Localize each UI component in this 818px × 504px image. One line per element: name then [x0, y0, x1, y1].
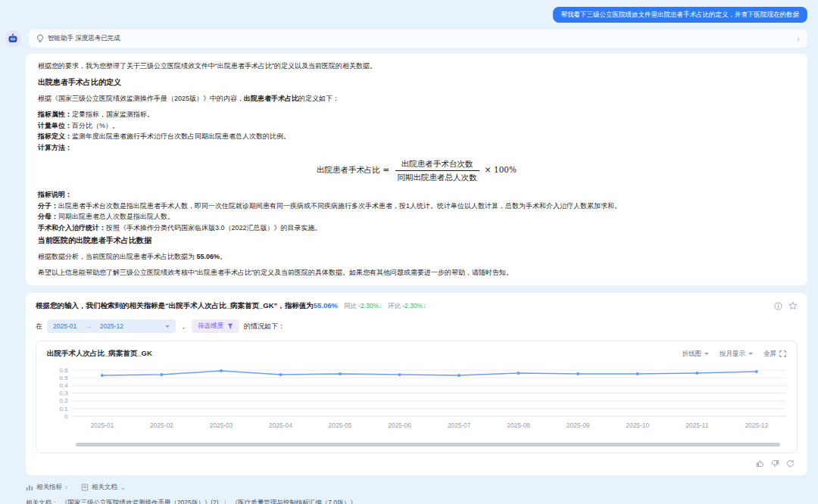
svg-text:0.5: 0.5 [60, 375, 69, 381]
star-icon[interactable] [788, 301, 798, 310]
dimension-label: 筛选维度 [198, 322, 223, 331]
mom-value: -2.30%↓ [402, 302, 426, 310]
formula-multiplier: × 100% [485, 165, 517, 174]
range-arrow-icon: → [85, 322, 92, 330]
chevron-down-icon: ⌄ [120, 484, 126, 491]
filter-prefix: 在 [36, 322, 42, 331]
attr-row-unit: 计量单位：百分比（%）。 [38, 120, 795, 132]
indicator-headline: 根据您的输入，我们检索到的相关指标是“出院手术人次占比_病案首页_GK”，指标值… [36, 300, 426, 311]
indicator-card: 根据您的输入，我们检索到的相关指标是“出院手术人次占比_病案首页_GK”，指标值… [26, 293, 807, 475]
current-data-heading: 当前医院的出院患者手术占比数据 [38, 235, 795, 246]
svg-text:2025-12: 2025-12 [745, 422, 768, 429]
chevron-right-icon: › [65, 484, 67, 491]
line-chart[interactable]: 00.10.20.30.40.50.62025-012025-022025-03… [42, 365, 791, 437]
definition-heading: 出院患者手术占比的定义 [38, 76, 795, 88]
assistant-row: 智能助手 深度思考已完成 › [0, 30, 818, 48]
mom-label: 环比 [388, 302, 401, 310]
svg-text:0.3: 0.3 [60, 390, 69, 397]
indicator-header: 根据您的输入，我们检索到的相关指标是“出院手术人次占比_病案首页_GK”，指标值… [36, 300, 798, 311]
feedback-row [36, 453, 798, 469]
attr-row-property: 指标属性：定量指标，国家监测指标。 [38, 109, 795, 120]
user-message-bubble: 帮我看下三级公立医院绩效文件里出院患者手术占比的定义，并查下医院现在的数据 [553, 7, 808, 23]
chart-header: 出院手术人次占比_病案首页_GK 折线图 按月显示 全屏 [42, 347, 791, 365]
caret-down-icon [748, 353, 753, 355]
svg-text:2025-04: 2025-04 [269, 422, 292, 429]
formula-denominator: 同期出院患者总人次数 [395, 171, 479, 183]
chart-card: 出院手术人次占比_病案首页_GK 折线图 按月显示 全屏 00.10.20.30… [36, 341, 798, 453]
caret-down-icon [165, 325, 170, 328]
date-range-picker[interactable]: 2025-01 → 2025-12 [47, 319, 176, 333]
chevron-right-icon[interactable]: › [797, 35, 800, 43]
caret-down-icon [704, 353, 709, 355]
yoy-value: -2.30%↓ [358, 302, 382, 310]
notes-heading: 指标说明： [38, 189, 795, 201]
attr-row-definition: 指标定义：监测年度出院患者施行手术治疗台次数占同期出院患者总人次数的比例。 [38, 131, 795, 142]
current-data-line: 根据数据分析，当前医院的出院患者手术占比数据为 55.06%。 [38, 251, 795, 262]
formula-fraction: 出院患者手术台次数 同期出院患者总人次数 [395, 158, 479, 182]
filter-row: 在 2025-01 → 2025-12 ， 筛选维度 的情况如下： [36, 319, 798, 333]
expand-icon [779, 350, 786, 357]
yoy-label: 同比 [344, 302, 357, 310]
filter-comma: ， [180, 322, 187, 331]
formula-lhs: 出院患者手术占比 [317, 165, 380, 174]
assistant-avatar [5, 30, 21, 47]
svg-text:2025-09: 2025-09 [567, 422, 590, 429]
chart-scrollbar[interactable] [76, 443, 780, 446]
answer-intro: 根据您的要求，我为您整理了关于三级公立医院绩效文件中“出院患者手术占比”的定义以… [38, 61, 795, 71]
answer-card: 根据您的要求，我为您整理了关于三级公立医院绩效文件中“出院患者手术占比”的定义以… [26, 54, 807, 285]
thumbs-down-icon[interactable] [771, 459, 779, 468]
attr-row-method: 计算方法： [38, 142, 795, 154]
chart-title: 出院手术人次占比_病案首页_GK [47, 349, 152, 359]
definition-source: 根据《国家三级公立医院绩效监测操作手册（2025版）》中的内容，出院患者手术占比… [38, 93, 795, 104]
doc-link-1[interactable]: 《国家三级公立医院绩效监测操作手册（2025版）》(2) [61, 499, 219, 504]
svg-text:0.6: 0.6 [60, 367, 69, 374]
fullscreen-button[interactable]: 全屏 [763, 350, 786, 359]
robot-icon [8, 33, 18, 44]
deep-think-label: 智能助手 深度思考已完成 [48, 34, 120, 43]
funnel-icon [227, 323, 233, 330]
formula-numerator: 出院患者手术台次数 [395, 158, 479, 171]
indicator-value: 55.06% [314, 301, 338, 310]
dimension-filter[interactable]: 筛选维度 [192, 319, 239, 333]
document-icon [81, 484, 89, 491]
granularity-select[interactable]: 按月显示 [720, 350, 753, 359]
deep-think-bar[interactable]: 智能助手 深度思考已完成 › [29, 30, 807, 48]
user-message-row: 帮我看下三级公立医院绩效文件里出院患者手术占比的定义，并查下医院现在的数据 [0, 0, 818, 23]
svg-text:2025-05: 2025-05 [329, 422, 352, 429]
doc-link-2[interactable]: 《医疗质量管理与控制指标汇编（7.0版）》 [232, 499, 357, 504]
svg-text:2025-10: 2025-10 [626, 422, 649, 429]
footer-toggles: 相关指标 › 相关文档 ⌄ [26, 483, 807, 492]
svg-text:2025-03: 2025-03 [209, 422, 233, 429]
date-end: 2025-12 [100, 322, 123, 330]
lightbulb-icon [36, 34, 44, 43]
svg-text:2025-01: 2025-01 [90, 422, 114, 429]
svg-text:2025-08: 2025-08 [507, 422, 530, 429]
related-indicators-toggle[interactable]: 相关指标 › [26, 483, 67, 492]
formula: 出院患者手术占比 = 出院患者手术台次数 同期出院患者总人次数 × 100% [38, 158, 795, 182]
svg-text:2025-06: 2025-06 [388, 422, 411, 429]
note-row-numerator: 分子：出院患者手术台次数是指出院患者手术人数，即同一次住院就诊期间患有同一疾病或… [38, 201, 795, 212]
date-start: 2025-01 [53, 322, 76, 330]
related-docs-toggle[interactable]: 相关文档 ⌄ [81, 483, 126, 492]
info-icon[interactable] [774, 302, 782, 310]
svg-text:0: 0 [64, 413, 68, 420]
filter-suffix: 的情况如下： [244, 322, 285, 331]
answer-closing: 希望以上信息能帮助您了解三级公立医院绩效考核中“出院患者手术占比”的定义及当前医… [38, 267, 795, 278]
doc-separator: ｜ [222, 499, 228, 504]
refresh-icon[interactable] [786, 459, 795, 468]
note-row-denominator: 分母：同期出院患者总人次数是指出院人数。 [38, 211, 795, 222]
note-row-statistics: 手术和介入治疗统计：按照《手术操作分类代码国家临床版3.0（2022汇总版）》的… [38, 222, 795, 234]
footer-docs: 相关文档： 《国家三级公立医院绩效监测操作手册（2025版）》(2) ｜ 《医疗… [26, 499, 807, 504]
formula-equals: = [382, 165, 389, 174]
svg-text:2025-07: 2025-07 [448, 422, 471, 429]
svg-text:0.4: 0.4 [60, 382, 69, 389]
svg-text:0.1: 0.1 [60, 406, 69, 412]
chart-type-select[interactable]: 折线图 [682, 350, 710, 359]
bar-chart-icon [26, 484, 33, 491]
svg-text:0.2: 0.2 [60, 397, 69, 404]
thumbs-up-icon[interactable] [756, 459, 764, 468]
svg-text:2025-02: 2025-02 [150, 422, 173, 429]
docs-label: 相关文档： [26, 499, 58, 504]
svg-text:2025-11: 2025-11 [685, 422, 708, 429]
